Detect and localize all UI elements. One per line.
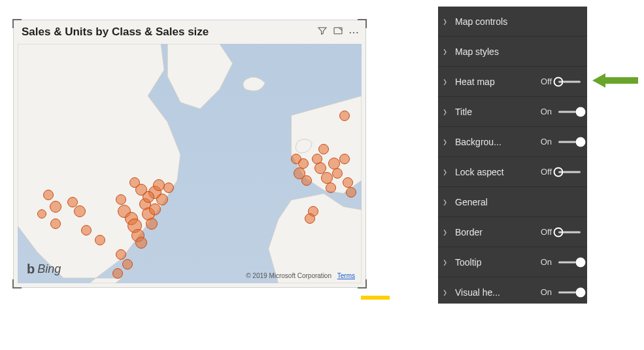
map-bubble[interactable]: [95, 235, 105, 245]
map-bubble[interactable]: [122, 259, 133, 270]
toggle-switch[interactable]: [558, 287, 581, 298]
map-bubble[interactable]: [149, 203, 161, 215]
map-bubble[interactable]: [129, 177, 140, 188]
svg-marker-1: [592, 73, 638, 88]
format-section-label: Visual he...: [452, 287, 534, 298]
filter-icon[interactable]: [317, 26, 328, 39]
format-section-map-styles[interactable]: ›Map styles: [438, 37, 587, 67]
toggle-switch[interactable]: [558, 257, 581, 268]
toggle-switch[interactable]: [558, 227, 581, 237]
visual-header: Sales & Units by Class & Sales size ⋯: [14, 20, 365, 41]
format-section-label: Backgrou...: [452, 137, 534, 147]
map-bubble[interactable]: [153, 179, 165, 191]
chevron-right-icon: ›: [443, 164, 452, 179]
map-bubble[interactable]: [50, 201, 61, 213]
chevron-right-icon: ›: [443, 254, 452, 269]
map-bubble[interactable]: [332, 168, 343, 179]
chevron-right-icon: ›: [443, 224, 452, 239]
toggle-state-label: Off: [534, 227, 552, 237]
format-section-general[interactable]: ›General: [438, 187, 587, 217]
formatting-pane: ›Map controls›Map styles›Heat mapOff›Tit…: [438, 7, 587, 304]
map-bubble[interactable]: [116, 249, 126, 260]
format-section-lock-aspect[interactable]: ›Lock aspectOff: [438, 157, 587, 187]
format-section-backgrou[interactable]: ›Backgrou...On: [438, 127, 587, 157]
toggle-switch[interactable]: [558, 137, 581, 147]
format-section-label: Lock aspect: [452, 167, 534, 177]
format-section-border[interactable]: ›BorderOff: [438, 217, 587, 247]
toggle-state-label: On: [534, 287, 552, 297]
map-bubble[interactable]: [318, 144, 329, 154]
selection-marker: [361, 296, 390, 300]
map-bubble[interactable]: [163, 183, 174, 193]
chevron-right-icon: ›: [443, 134, 452, 149]
format-section-label: Heat map: [452, 77, 534, 87]
format-section-label: Tooltip: [452, 257, 534, 268]
map-bubble[interactable]: [116, 194, 126, 205]
toggle-state-label: Off: [534, 77, 552, 86]
map-visual-card[interactable]: Sales & Units by Class & Sales size ⋯: [13, 20, 366, 288]
chevron-right-icon: ›: [443, 44, 452, 58]
map-bubble[interactable]: [81, 225, 92, 236]
map-bubble[interactable]: [37, 209, 46, 219]
toggle-state-label: On: [534, 257, 552, 267]
map-bubble[interactable]: [74, 205, 86, 217]
map-attribution: © 2019 Microsoft Corporation Terms: [246, 272, 355, 279]
chevron-right-icon: ›: [443, 194, 452, 209]
map-bubble[interactable]: [146, 218, 158, 230]
map-bubble[interactable]: [112, 268, 123, 279]
map-bubble[interactable]: [135, 237, 147, 249]
format-section-label: General: [452, 197, 581, 207]
toggle-switch[interactable]: [558, 77, 581, 87]
map-bubble[interactable]: [346, 187, 356, 198]
chevron-right-icon: ›: [443, 104, 452, 118]
visual-title: Sales & Units by Class & Sales size: [22, 26, 317, 39]
world-landmass: [18, 44, 362, 283]
chevron-right-icon: ›: [443, 14, 452, 28]
map-bubble[interactable]: [339, 111, 350, 121]
format-section-map-controls[interactable]: ›Map controls: [438, 7, 587, 37]
format-section-visual-he[interactable]: ›Visual he...On: [438, 277, 587, 304]
map-bubble[interactable]: [305, 213, 315, 224]
toggle-state-label: Off: [534, 167, 552, 177]
svg-rect-0: [334, 27, 342, 33]
map-bubble[interactable]: [301, 175, 312, 186]
callout-arrow: [592, 72, 638, 89]
chevron-right-icon: ›: [443, 74, 452, 88]
bing-logo: bBing: [27, 262, 61, 277]
format-section-tooltip[interactable]: ›TooltipOn: [438, 247, 587, 277]
format-section-label: Map controls: [452, 16, 581, 27]
toggle-state-label: On: [534, 137, 552, 147]
more-options-icon[interactable]: ⋯: [348, 26, 360, 39]
format-section-label: Border: [452, 227, 534, 237]
format-section-title[interactable]: ›TitleOn: [438, 97, 587, 127]
map-bubble[interactable]: [50, 219, 61, 229]
map-bubble[interactable]: [339, 154, 350, 164]
focus-mode-icon[interactable]: [333, 26, 343, 39]
map-canvas[interactable]: bBing © 2019 Microsoft Corporation Terms: [18, 44, 362, 283]
terms-link[interactable]: Terms: [337, 272, 355, 279]
format-section-heat-map[interactable]: ›Heat mapOff: [438, 67, 587, 97]
format-section-label: Map styles: [452, 46, 581, 57]
map-bubble[interactable]: [343, 177, 353, 188]
chevron-right-icon: ›: [443, 285, 452, 299]
toggle-switch[interactable]: [558, 107, 581, 117]
toggle-switch[interactable]: [558, 167, 581, 177]
map-bubble[interactable]: [326, 183, 336, 193]
format-section-label: Title: [452, 107, 534, 117]
toggle-state-label: On: [534, 107, 552, 116]
map-bubble[interactable]: [43, 190, 54, 200]
